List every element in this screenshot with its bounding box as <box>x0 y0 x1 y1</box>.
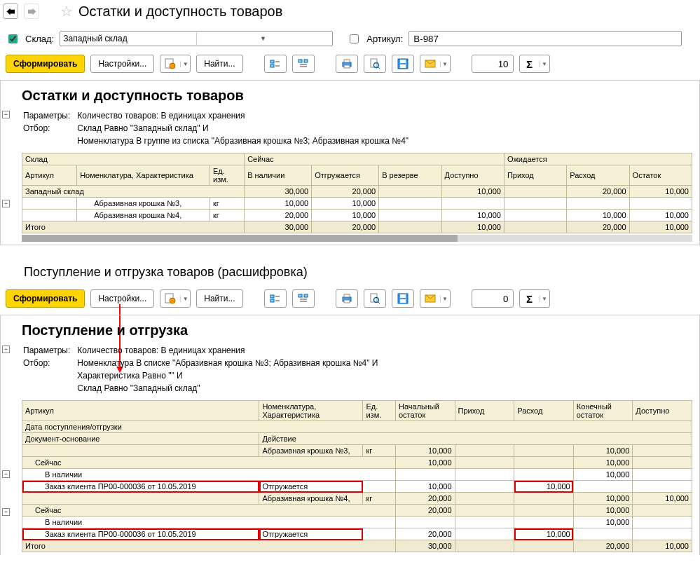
collapse-block1[interactable]: − <box>2 468 10 478</box>
collapse-report1[interactable]: − <box>2 109 10 118</box>
onhand-row: В наличии10,000 <box>22 517 692 528</box>
generate-button-2[interactable]: Сформировать <box>6 289 85 308</box>
expand-groups-button-2[interactable] <box>264 289 287 308</box>
table-total-row: Итого30,00020,00010,00020,00010,000 <box>22 221 692 233</box>
now-row: Сейчас20,00010,000 <box>22 505 692 517</box>
collapse-report2[interactable]: − <box>2 343 10 353</box>
svg-rect-18 <box>270 299 274 302</box>
warehouse-select[interactable]: Западный склад ▼ <box>60 31 333 46</box>
favorite-icon[interactable]: ☆ <box>60 3 73 20</box>
report1-table: Склад Сейчас Ожидается Артикул Номенклат… <box>22 153 692 233</box>
generate-button[interactable]: Сформировать <box>6 55 85 73</box>
page-gear-icon <box>165 58 176 69</box>
page-title: Остатки и доступность товаров <box>78 4 282 20</box>
sum-button-2[interactable]: Σ▼ <box>519 289 550 308</box>
report1-title: Остатки и доступность товаров <box>22 88 692 104</box>
svg-rect-23 <box>344 300 350 303</box>
svg-rect-4 <box>298 60 302 62</box>
variant-button[interactable]: ▼ <box>160 55 191 73</box>
collapse-block2[interactable]: − <box>2 506 10 516</box>
sub-header: Поступление и отгрузка товаров (расшифро… <box>0 255 700 287</box>
table-total-row: Итого30,00020,00010,000 <box>22 540 692 552</box>
svg-rect-13 <box>400 64 406 68</box>
onhand-row: В наличии10,000 <box>22 469 692 481</box>
report2-title: Поступление и отгрузка <box>22 322 692 339</box>
expand-groups-button[interactable] <box>264 55 287 73</box>
table-row: Абразивная крошка №3,кг10,00010,000 <box>22 198 692 210</box>
svg-rect-20 <box>304 294 308 297</box>
settings-button-2[interactable]: Настройки... <box>90 289 154 308</box>
svg-rect-12 <box>400 60 406 63</box>
send-button-2[interactable]: ▼ <box>420 289 451 308</box>
svg-rect-17 <box>270 295 274 298</box>
svg-rect-5 <box>304 60 308 62</box>
article-checkbox[interactable] <box>350 34 359 43</box>
svg-rect-27 <box>400 294 406 298</box>
article-input[interactable] <box>409 31 682 46</box>
svg-rect-19 <box>298 294 302 297</box>
printer-icon <box>341 58 352 69</box>
horizontal-scrollbar[interactable] <box>22 235 692 242</box>
count-input[interactable] <box>472 55 514 73</box>
warehouse-checkbox[interactable] <box>8 34 18 43</box>
find-button[interactable]: Найти... <box>196 55 242 73</box>
sum-button[interactable]: Σ▼ <box>519 55 550 73</box>
order-row: Заказ клиента ПР00-000036 от 10.05.2019О… <box>22 481 692 493</box>
warehouse-label: Склад: <box>25 34 54 44</box>
table-group-row[interactable]: Западный склад 30,000 20,000 10,000 20,0… <box>22 186 692 198</box>
now-row: Сейчас10,00010,000 <box>22 457 692 469</box>
svg-rect-8 <box>344 65 350 68</box>
item-row: Абразивная крошка №4,кг20,00010,00010,00… <box>22 493 692 505</box>
save-button-2[interactable] <box>392 289 414 308</box>
svg-point-1 <box>170 63 175 69</box>
send-button[interactable]: ▼ <box>420 55 451 73</box>
count-input-2[interactable] <box>472 289 514 308</box>
envelope-icon <box>425 58 436 69</box>
print-preview-button[interactable] <box>364 55 386 73</box>
print-preview-button-2[interactable] <box>364 289 386 308</box>
report1-params: Параметры:Количество товаров: В единицах… <box>22 109 416 149</box>
item-row: Абразивная крошка №3,кг10,00010,000 <box>22 445 692 457</box>
page-magnify-icon <box>369 58 380 69</box>
nav-forward-button[interactable]: 🡆 <box>24 4 39 19</box>
variant-button-2[interactable]: ▼ <box>160 289 191 308</box>
table-row: Абразивная крошка №4,кг20,00010,00010,00… <box>22 210 692 221</box>
floppy-icon <box>397 58 409 69</box>
settings-button[interactable]: Настройки... <box>90 55 154 73</box>
nav-back-button[interactable]: 🡄 <box>3 4 18 19</box>
svg-rect-7 <box>344 60 350 62</box>
svg-rect-3 <box>270 64 274 67</box>
chevron-down-icon[interactable]: ▼ <box>196 32 330 45</box>
print-button-2[interactable] <box>336 289 358 308</box>
save-button[interactable] <box>392 55 414 73</box>
svg-rect-22 <box>344 294 350 297</box>
report2-params: Параметры:Количество товаров: В единицах… <box>22 344 385 396</box>
report2-table: Артикул Номенклатура, Характеристика Ед.… <box>22 400 692 552</box>
svg-point-16 <box>170 298 175 303</box>
svg-rect-2 <box>270 60 274 63</box>
warehouse-value: Западный склад <box>63 34 196 43</box>
collapse-groups-button-2[interactable] <box>292 289 315 308</box>
svg-rect-28 <box>400 299 406 303</box>
order-row: Заказ клиента ПР00-000036 от 10.05.2019О… <box>22 528 692 540</box>
find-button-2[interactable]: Найти... <box>196 289 242 308</box>
print-button[interactable] <box>336 55 358 73</box>
article-label: Артикул: <box>366 34 403 44</box>
collapse-group1[interactable]: − <box>2 198 10 207</box>
collapse-groups-button[interactable] <box>292 55 315 73</box>
